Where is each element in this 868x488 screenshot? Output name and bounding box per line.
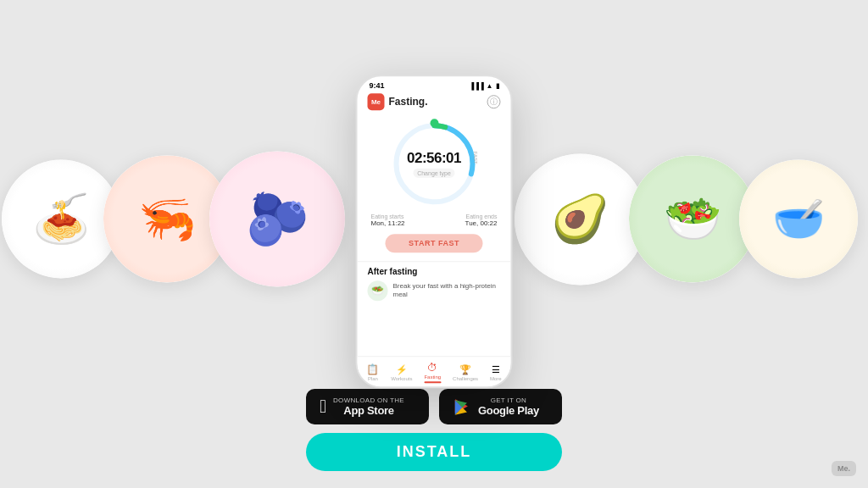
- eating-ends-value: Tue, 00:22: [465, 219, 498, 227]
- eating-starts: Eating starts Mon, 11:22: [371, 214, 405, 227]
- app-store-button[interactable]:  Download on the App Store: [306, 389, 429, 424]
- more-icon: ☰: [492, 364, 500, 375]
- nav-challenges-label: Challenges: [453, 376, 478, 381]
- fasting-icon: ⏱: [427, 362, 437, 374]
- bottom-nav: 📋 Plan ⚡ Workouts ⏱ Fasting 🏆 Challenges…: [358, 356, 511, 386]
- watermark: Me.: [832, 461, 856, 476]
- eating-times: Eating starts Mon, 11:22 Eating ends Tue…: [358, 210, 511, 230]
- timer-dot: [430, 119, 438, 127]
- fast-label: FAST: [473, 152, 478, 164]
- app-logo: Me Fasting.: [368, 93, 428, 110]
- timer-center: 02:56:01 Change type: [407, 150, 461, 178]
- app-store-large: App Store: [333, 404, 404, 417]
- phone-mockup: 9:41 ▐▐▐ ▲ ▮ Me Fasting. ⓘ: [356, 75, 513, 388]
- eating-starts-label: Eating starts: [371, 214, 405, 219]
- eating-ends: Eating ends Tue, 00:22: [465, 214, 498, 227]
- challenges-icon: 🏆: [459, 364, 471, 375]
- nav-workouts-label: Workouts: [391, 376, 412, 381]
- app-title: Fasting.: [389, 96, 428, 108]
- nav-plan[interactable]: 📋 Plan: [366, 363, 379, 381]
- info-icon[interactable]: ⓘ: [487, 95, 501, 108]
- after-fasting-section: After fasting 🥗 Break your fast with a h…: [358, 261, 511, 306]
- google-play-button[interactable]: GET IT ON Google Play: [439, 389, 562, 424]
- meal-icon: 🥗: [368, 280, 388, 301]
- nav-more[interactable]: ☰ More: [490, 364, 502, 381]
- nav-workouts[interactable]: ⚡ Workouts: [391, 364, 412, 381]
- nav-plan-label: Plan: [368, 376, 378, 381]
- plate-3: 🫐: [209, 151, 345, 286]
- google-play-icon: [453, 397, 471, 416]
- timer-display: 02:56:01: [407, 150, 461, 167]
- plate-5: 🥗: [629, 155, 756, 282]
- eating-ends-label: Eating ends: [465, 214, 498, 219]
- status-bar: 9:41 ▐▐▐ ▲ ▮: [358, 76, 511, 92]
- app-store-text: Download on the App Store: [333, 396, 404, 417]
- bottom-section:  Download on the App Store GET IT ON Go…: [306, 389, 562, 471]
- eating-starts-value: Mon, 11:22: [371, 219, 405, 227]
- change-type-btn[interactable]: Change type: [413, 169, 455, 178]
- app-logo-icon: Me: [368, 93, 385, 110]
- timer-circle: 02:56:01 Change type FAST: [387, 117, 481, 210]
- nav-more-label: More: [490, 376, 502, 381]
- meal-suggestion: 🥗 Break your fast with a high-protein me…: [368, 280, 501, 301]
- nav-active-indicator: [424, 381, 441, 383]
- start-fast-button[interactable]: START FAST: [385, 234, 483, 252]
- install-button[interactable]: INSTALL: [306, 433, 562, 471]
- plan-icon: 📋: [366, 363, 379, 375]
- app-store-small: Download on the: [333, 396, 404, 404]
- google-play-text: GET IT ON Google Play: [478, 396, 539, 417]
- apple-icon: : [320, 396, 326, 418]
- status-icons: ▐▐▐ ▲ ▮: [470, 82, 499, 90]
- google-play-small: GET IT ON: [478, 396, 539, 404]
- app-header: Me Fasting. ⓘ: [358, 92, 511, 114]
- meal-text: Break your fast with a high-protein meal: [393, 282, 501, 300]
- nav-fasting[interactable]: ⏱ Fasting: [424, 362, 441, 383]
- workouts-icon: ⚡: [396, 364, 408, 375]
- google-play-large: Google Play: [478, 404, 539, 417]
- plate-1: 🍝: [2, 159, 120, 278]
- phone-screen: 9:41 ▐▐▐ ▲ ▮ Me Fasting. ⓘ: [356, 75, 513, 388]
- plate-4: 🥑: [515, 153, 646, 285]
- nav-fasting-label: Fasting: [424, 374, 441, 380]
- battery-icon: ▮: [496, 82, 499, 90]
- plate-6: 🥣: [739, 159, 858, 278]
- store-buttons:  Download on the App Store GET IT ON Go…: [306, 389, 562, 424]
- signal-icon: ▐▐▐: [470, 82, 484, 90]
- nav-challenges[interactable]: 🏆 Challenges: [453, 364, 478, 381]
- timer-section: 02:56:01 Change type FAST Eating starts …: [358, 114, 511, 261]
- status-time: 9:41: [370, 81, 385, 90]
- wifi-icon: ▲: [487, 82, 493, 90]
- after-fasting-title: After fasting: [368, 267, 501, 276]
